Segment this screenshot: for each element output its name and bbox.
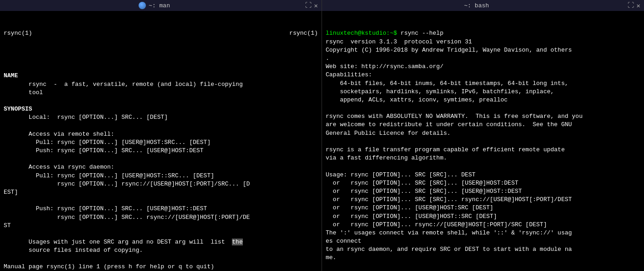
left-pane: ~: man ⛶ ✕ rsync(1) rsync(1) NAME rsync … <box>0 0 322 271</box>
man-body: NAME rsync - a fast, versatile, remote (… <box>4 55 318 262</box>
bash-prompt: linuxtech@kstudio:~$ <box>326 30 397 37</box>
right-pane: ~: bash ⛶ ✕ linuxtech@kstudio:~$ rsync -… <box>322 0 644 271</box>
man-header-left: rsync(1) <box>4 29 32 37</box>
left-titlebar: ~: man ⛶ ✕ <box>0 0 322 11</box>
left-terminal-content[interactable]: rsync(1) rsync(1) NAME rsync - a fast, v… <box>0 11 322 262</box>
left-title-text: ~: man <box>149 2 170 9</box>
right-close-btn[interactable]: ✕ <box>637 2 640 10</box>
man-header-line: rsync(1) rsync(1) <box>4 29 318 37</box>
right-terminal-content[interactable]: linuxtech@kstudio:~$ rsync --help rsync … <box>322 11 644 271</box>
man-header-right: rsync(1) <box>290 29 318 37</box>
right-titlebar-right[interactable]: ⛶ ✕ <box>628 2 640 10</box>
man-line-1: NAME rsync - a fast, versatile, remote (… <box>4 72 250 262</box>
right-title-center: ~: bash <box>464 2 489 9</box>
left-title-center: ~: man <box>139 2 170 9</box>
left-expand-btn[interactable]: ⛶ <box>305 2 311 10</box>
man-status-bar: Manual page rsync(1) line 1 (press h for… <box>0 262 322 271</box>
bash-command: rsync --help <box>397 30 443 37</box>
right-titlebar: ~: bash ⛶ ✕ <box>322 0 644 11</box>
terminals-container: ~: man ⛶ ✕ rsync(1) rsync(1) NAME rsync … <box>0 0 644 271</box>
terminal-icon <box>139 2 146 9</box>
right-expand-btn[interactable]: ⛶ <box>628 2 634 10</box>
left-close-btn[interactable]: ✕ <box>314 2 318 10</box>
bash-body: linuxtech@kstudio:~$ rsync --help rsync … <box>326 29 640 262</box>
right-title-text: ~: bash <box>464 2 489 9</box>
left-titlebar-right[interactable]: ⛶ ✕ <box>305 2 318 10</box>
